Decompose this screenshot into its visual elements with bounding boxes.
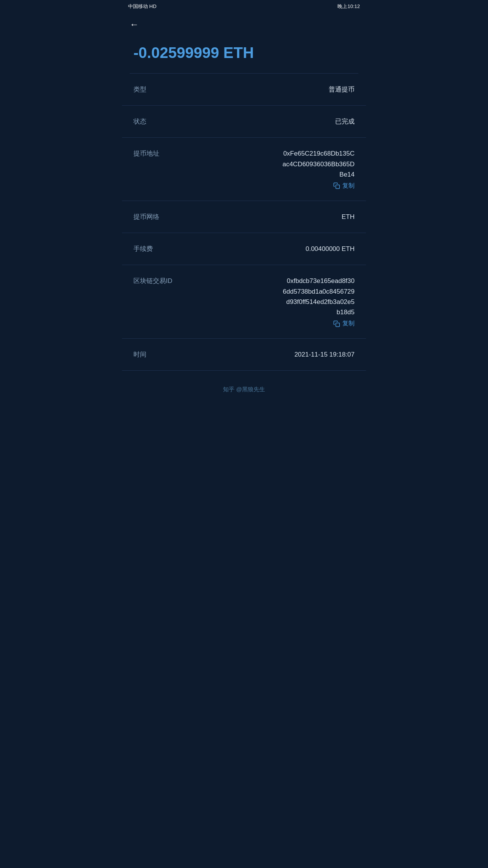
fee-value: 0.00400000 ETH bbox=[305, 244, 355, 254]
copy-icon bbox=[333, 182, 340, 189]
address-label: 提币地址 bbox=[133, 148, 159, 158]
fee-row: 手续费 0.00400000 ETH bbox=[122, 233, 366, 265]
type-value: 普通提币 bbox=[329, 84, 355, 95]
txid-label: 区块链交易ID bbox=[133, 276, 172, 285]
address-row: 提币地址 0xFe65C219c68Db135C ac4CD60936036Bb… bbox=[122, 138, 366, 201]
txid-copy-icon bbox=[333, 320, 340, 327]
nav-bar: ← bbox=[122, 13, 366, 36]
txid-row: 区块链交易ID 0xfbdcb73e165ead8f30 6dd5738bd1a… bbox=[122, 265, 366, 339]
time-value: 2021-11-15 19:18:07 bbox=[294, 349, 355, 360]
type-label: 类型 bbox=[133, 84, 146, 94]
time-text: 晚上10:12 bbox=[337, 3, 360, 10]
network-row: 提币网络 ETH bbox=[122, 201, 366, 233]
txid-copy-label: 复制 bbox=[342, 320, 355, 328]
carrier-text: 中国移动 HD bbox=[128, 3, 156, 10]
time-row: 时间 2021-11-15 19:18:07 bbox=[122, 339, 366, 371]
amount-value: -0.02599999 ETH bbox=[133, 43, 355, 62]
address-right: 0xFe65C219c68Db135C ac4CD60936036Bb365D … bbox=[283, 148, 355, 190]
status-bar: 中国移动 HD 晚上10:12 bbox=[122, 0, 366, 13]
watermark: 知乎 @黑狼先生 bbox=[122, 371, 366, 401]
address-copy-label: 复制 bbox=[342, 182, 355, 190]
address-text: 0xFe65C219c68Db135C ac4CD60936036Bb365D … bbox=[283, 148, 355, 180]
status-row: 状态 已完成 bbox=[122, 106, 366, 138]
txid-text: 0xfbdcb73e165ead8f30 6dd5738bd1a0c845672… bbox=[283, 276, 355, 317]
network-value: ETH bbox=[342, 212, 355, 222]
svg-rect-0 bbox=[336, 185, 340, 189]
watermark-text: 知乎 @黑狼先生 bbox=[223, 386, 265, 392]
status-label: 状态 bbox=[133, 116, 146, 126]
time-label: 时间 bbox=[133, 349, 146, 359]
network-label: 提币网络 bbox=[133, 212, 159, 221]
status-value: 已完成 bbox=[335, 116, 355, 127]
address-copy-button[interactable]: 复制 bbox=[283, 182, 355, 190]
type-row: 类型 普通提币 bbox=[122, 74, 366, 106]
amount-section: -0.02599999 ETH bbox=[122, 36, 366, 73]
svg-rect-1 bbox=[336, 323, 340, 326]
txid-right: 0xfbdcb73e165ead8f30 6dd5738bd1a0c845672… bbox=[283, 276, 355, 328]
fee-label: 手续费 bbox=[133, 244, 153, 253]
txid-copy-button[interactable]: 复制 bbox=[283, 320, 355, 328]
back-button[interactable]: ← bbox=[130, 19, 139, 30]
